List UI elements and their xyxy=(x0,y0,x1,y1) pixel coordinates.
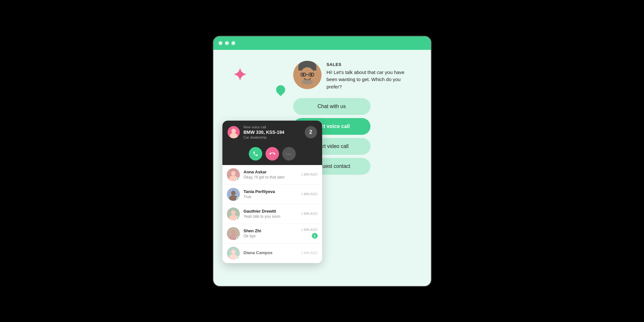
svg-point-14 xyxy=(231,171,236,176)
chat-time: 1 MIN AGO xyxy=(301,251,317,255)
agent-avatar xyxy=(293,61,322,89)
chat-name: Gauthier Drewitt xyxy=(244,209,297,214)
list-item[interactable]: Shen Zhi Ok bye 1 MIN AGO 1 xyxy=(222,224,322,244)
avatar xyxy=(227,207,240,220)
agent-text: Hi! Let's talk about that car you have b… xyxy=(327,69,410,91)
window-dot-1 xyxy=(219,41,222,45)
call-tag: New voice call xyxy=(244,125,285,129)
avatar xyxy=(227,227,240,240)
online-indicator xyxy=(236,178,239,181)
svg-point-23 xyxy=(231,230,236,235)
accept-call-button[interactable] xyxy=(249,147,262,161)
window-dot-3 xyxy=(231,41,235,45)
chat-name: Anna Askar xyxy=(244,170,297,174)
chat-info: Diana Campos xyxy=(244,250,297,256)
avatar xyxy=(227,188,240,201)
browser-content: ✦ xyxy=(213,50,431,286)
avatar xyxy=(227,168,240,181)
chat-info: Tania Perfilyeva True xyxy=(244,189,297,199)
chat-info: Shen Zhi Ok bye xyxy=(244,228,297,238)
call-badge: 2 xyxy=(305,126,317,138)
chat-list: Anna Askar Okay, I'll get to that later … xyxy=(222,165,322,263)
agent-message: SALES Hi! Let's talk about that car you … xyxy=(327,61,410,91)
mobile-overlay: New voice call BMW 330, KSS-194 Car deal… xyxy=(222,121,322,263)
svg-point-9 xyxy=(302,79,313,85)
more-call-button[interactable]: ··· xyxy=(282,147,296,161)
chat-time: 1 MIN AGO xyxy=(301,192,317,196)
chat-name: Diana Campos xyxy=(244,250,297,255)
list-item[interactable]: Tania Perfilyeva True 1 MIN AGO xyxy=(222,185,322,204)
call-info: New voice call BMW 330, KSS-194 Car deal… xyxy=(244,125,285,139)
call-actions: ··· xyxy=(222,144,322,165)
titlebar xyxy=(213,36,431,50)
list-item[interactable]: Diana Campos 1 MIN AGO xyxy=(222,244,322,263)
svg-point-26 xyxy=(231,250,236,254)
list-item[interactable]: Anna Askar Okay, I'll get to that later … xyxy=(222,165,322,185)
svg-point-20 xyxy=(231,210,236,215)
chat-name: Shen Zhi xyxy=(244,228,297,233)
chat-preview: Okay, I'll get to that later xyxy=(244,175,297,179)
unread-badge: 1 xyxy=(312,233,318,239)
chat-time: 1 MIN AGO xyxy=(301,173,317,176)
online-indicator xyxy=(236,197,239,200)
chat-time: 1 MIN AGO xyxy=(301,228,317,232)
online-indicator xyxy=(236,256,239,259)
chat-time: 1 MIN AGO xyxy=(301,212,317,216)
svg-point-8 xyxy=(310,74,312,76)
window-dot-2 xyxy=(225,41,229,45)
chat-preview: True xyxy=(244,195,297,199)
chat-preview: Ok bye xyxy=(244,234,297,238)
list-item[interactable]: Gauthier Drewitt Yeah talk to you soon 1… xyxy=(222,204,322,224)
chat-meta: 1 MIN AGO xyxy=(301,251,317,255)
avatar xyxy=(227,247,240,260)
call-avatar xyxy=(228,126,240,138)
browser-window: ✦ xyxy=(213,36,432,287)
chat-preview: Yeah talk to you soon xyxy=(244,214,297,219)
call-left: New voice call BMW 330, KSS-194 Car deal… xyxy=(228,125,285,139)
online-indicator xyxy=(236,236,239,240)
call-subtitle: Car dealership xyxy=(244,135,285,139)
call-name: BMW 330, KSS-194 xyxy=(244,130,285,135)
chat-info: Anna Askar Okay, I'll get to that later xyxy=(244,170,297,179)
agent-section: SALES Hi! Let's talk about that car you … xyxy=(293,61,422,91)
svg-point-7 xyxy=(302,74,304,76)
chat-info: Gauthier Drewitt Yeah talk to you soon xyxy=(244,209,297,219)
online-indicator xyxy=(236,217,239,220)
svg-point-11 xyxy=(231,129,236,133)
comma-decoration xyxy=(274,83,287,96)
chat-meta: 1 MIN AGO xyxy=(301,212,317,216)
call-card: New voice call BMW 330, KSS-194 Car deal… xyxy=(222,121,322,144)
svg-point-17 xyxy=(231,191,236,195)
chat-meta: 1 MIN AGO xyxy=(301,173,317,176)
star-decoration: ✦ xyxy=(233,67,247,83)
chat-name: Tania Perfilyeva xyxy=(244,189,297,194)
decline-call-button[interactable] xyxy=(266,147,279,161)
chat-button[interactable]: Chat with us xyxy=(293,98,370,115)
agent-label: SALES xyxy=(327,62,410,67)
chat-meta: 1 MIN AGO xyxy=(301,192,317,196)
chat-meta: 1 MIN AGO 1 xyxy=(301,228,317,239)
